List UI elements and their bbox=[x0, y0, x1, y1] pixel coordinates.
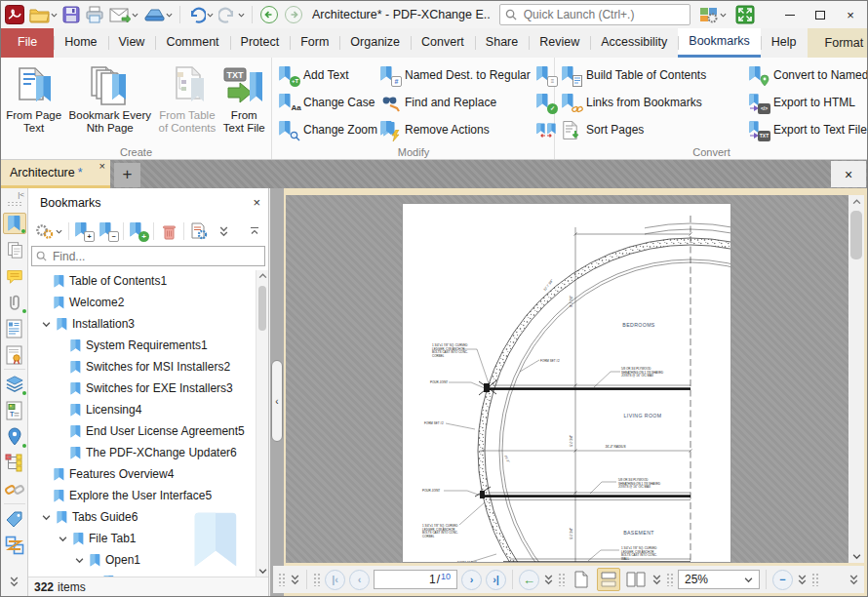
bookmark-tree-item[interactable]: Switches for MSI Installers2 bbox=[28, 356, 256, 378]
content-pane-button[interactable]: T bbox=[3, 400, 26, 421]
tab-comment[interactable]: Comment bbox=[155, 28, 229, 58]
tab-accessibility[interactable]: Accessibility bbox=[590, 28, 678, 58]
bookmark-find-box[interactable] bbox=[31, 246, 265, 266]
email-button[interactable] bbox=[107, 3, 140, 26]
tab-close-icon[interactable]: × bbox=[99, 160, 105, 172]
tab-help[interactable]: Help bbox=[761, 28, 808, 58]
change-zoom-button[interactable]: Change Zoom bbox=[277, 117, 378, 142]
next-page-button[interactable]: › bbox=[461, 570, 482, 590]
convert-to-named-dest-button[interactable]: Convert to Named Dest. bbox=[747, 62, 868, 88]
layout-more-icon[interactable] bbox=[651, 575, 662, 585]
more-panes-icon[interactable] bbox=[3, 571, 26, 592]
pane-drag-handle[interactable] bbox=[7, 201, 22, 207]
history-forward-button[interactable] bbox=[282, 3, 305, 26]
bookmarks-pane-button[interactable] bbox=[3, 213, 26, 234]
print-button[interactable] bbox=[83, 3, 106, 26]
last-page-button[interactable]: ›| bbox=[486, 570, 506, 590]
signatures-pane-button[interactable] bbox=[3, 344, 26, 366]
toolbar-drag-handle[interactable] bbox=[811, 573, 819, 586]
tab-view[interactable]: View bbox=[108, 28, 156, 58]
bookmark-tree-item[interactable]: Installation3 bbox=[28, 313, 256, 335]
layers-pane-button[interactable] bbox=[3, 374, 26, 395]
undo-button[interactable] bbox=[185, 3, 216, 26]
bookmark-tree-item[interactable]: Open1 bbox=[28, 549, 256, 571]
panel-close-icon[interactable]: × bbox=[253, 195, 260, 210]
add-text-button[interactable]: +T Add Text bbox=[277, 62, 378, 88]
bookmark-options-button[interactable] bbox=[31, 219, 64, 243]
document-scrollbar[interactable] bbox=[848, 195, 864, 563]
from-page-text-button[interactable]: From Page Text bbox=[3, 60, 64, 141]
toolbar-drag-handle[interactable] bbox=[313, 573, 321, 586]
history-back-button[interactable] bbox=[257, 3, 281, 26]
bookmark-every-nth-page-button[interactable]: Bookmark Every Nth Page bbox=[64, 60, 155, 141]
bookmark-find-input[interactable] bbox=[51, 249, 260, 264]
delete-bookmark-button[interactable] bbox=[158, 219, 179, 243]
from-text-file-button[interactable]: TXT From Text File bbox=[219, 60, 269, 141]
scrollbar-thumb[interactable] bbox=[850, 211, 862, 259]
tab-file[interactable]: File bbox=[1, 28, 54, 58]
bookmark-tree-item[interactable]: Table of Contents1 bbox=[28, 270, 256, 292]
export-to-text-file-button[interactable]: TXT Export to Text File bbox=[747, 117, 868, 142]
two-page-layout-button[interactable] bbox=[624, 568, 648, 591]
find-and-replace-button[interactable]: Find and Replace bbox=[378, 90, 534, 115]
tab-protect[interactable]: Protect bbox=[230, 28, 291, 58]
scrollbar-thumb[interactable] bbox=[258, 286, 266, 331]
expand-all-bookmarks-button[interactable]: + bbox=[73, 219, 95, 243]
bookmark-tree-item[interactable]: File Tab1 bbox=[28, 528, 256, 549]
tab-form[interactable]: Form bbox=[290, 28, 339, 58]
named-dest-to-regular-button[interactable]: # Named Dest. to Regular bbox=[378, 62, 534, 88]
bookmark-tree-item[interactable]: Recent Files1 bbox=[28, 571, 256, 577]
redo-button[interactable] bbox=[217, 3, 247, 26]
close-document-button[interactable]: × bbox=[831, 161, 866, 187]
collapse-all-bookmarks-button[interactable]: − bbox=[98, 219, 119, 243]
collapse-pane-icon[interactable]: |< bbox=[18, 190, 24, 199]
bookmark-properties-button[interactable] bbox=[188, 219, 210, 243]
order-pane-button[interactable] bbox=[3, 535, 26, 556]
links-pane-button[interactable] bbox=[3, 479, 26, 500]
bookmark-tree-item[interactable]: System Requirements1 bbox=[28, 335, 256, 356]
previous-page-button[interactable]: ‹ bbox=[349, 570, 370, 590]
thumbnails-pane-button[interactable] bbox=[3, 239, 26, 260]
tab-bookmarks[interactable]: Bookmarks bbox=[678, 28, 761, 58]
open-file-button[interactable] bbox=[27, 3, 59, 26]
bookmark-tree-item[interactable]: Features Overview4 bbox=[28, 463, 256, 485]
new-tab-button[interactable]: + bbox=[114, 163, 140, 187]
bookmark-tree-item[interactable]: Welcome2 bbox=[28, 292, 256, 313]
tab-format[interactable]: Format bbox=[815, 36, 868, 50]
zoom-more-icon[interactable] bbox=[797, 575, 808, 585]
bookmark-tree-item[interactable]: Tabs Guide6 bbox=[28, 506, 256, 528]
scan-button[interactable] bbox=[141, 3, 175, 26]
tags-pane-button[interactable] bbox=[3, 508, 26, 530]
toolbar-drag-handle[interactable] bbox=[666, 573, 674, 586]
fields-pane-button[interactable] bbox=[3, 318, 26, 339]
export-to-html-button[interactable]: </> Export to HTML bbox=[747, 90, 868, 115]
toolbar-overflow-icon[interactable] bbox=[848, 575, 859, 585]
tab-home[interactable]: Home bbox=[54, 28, 107, 58]
modify-extra-2-button[interactable]: ✓ bbox=[534, 90, 556, 115]
expand-toolbar-icon[interactable] bbox=[290, 575, 300, 585]
tab-organize[interactable]: Organize bbox=[339, 28, 411, 58]
previous-view-button[interactable]: ← bbox=[519, 570, 539, 590]
bookmark-tree-item[interactable]: Explore the User Interface5 bbox=[28, 485, 256, 506]
zoom-level-select[interactable]: 25% bbox=[678, 570, 760, 589]
pin-toolbar-icon[interactable] bbox=[244, 219, 265, 243]
quick-launch-input[interactable] bbox=[522, 7, 685, 22]
collapse-panel-handle[interactable]: ‹ bbox=[271, 360, 283, 442]
bookmark-tree-item[interactable]: End User License Agreement5 bbox=[28, 420, 256, 442]
fullscreen-button[interactable] bbox=[733, 3, 757, 26]
fit-width-layout-button[interactable] bbox=[597, 568, 620, 591]
bookmark-tree-item[interactable]: Switches for EXE Installers3 bbox=[28, 378, 256, 399]
change-case-button[interactable]: Aa Change Case bbox=[277, 90, 378, 115]
tab-convert[interactable]: Convert bbox=[411, 28, 475, 58]
sort-pages-button[interactable]: Sort Pages bbox=[560, 117, 747, 142]
structure-pane-button[interactable] bbox=[3, 453, 26, 474]
quick-launch[interactable] bbox=[499, 4, 690, 25]
bookmark-tree-item[interactable]: Licensing4 bbox=[28, 399, 256, 420]
document-tab-architecture[interactable]: Architecture * × bbox=[1, 160, 110, 188]
comments-pane-button[interactable] bbox=[3, 265, 26, 287]
first-page-button[interactable]: |‹ bbox=[325, 570, 345, 590]
minimize-button[interactable] bbox=[775, 3, 805, 26]
tab-review[interactable]: Review bbox=[529, 28, 590, 58]
bookmark-tree-item[interactable]: The PDF-XChange Updater6 bbox=[28, 442, 256, 463]
tab-share[interactable]: Share bbox=[475, 28, 529, 58]
